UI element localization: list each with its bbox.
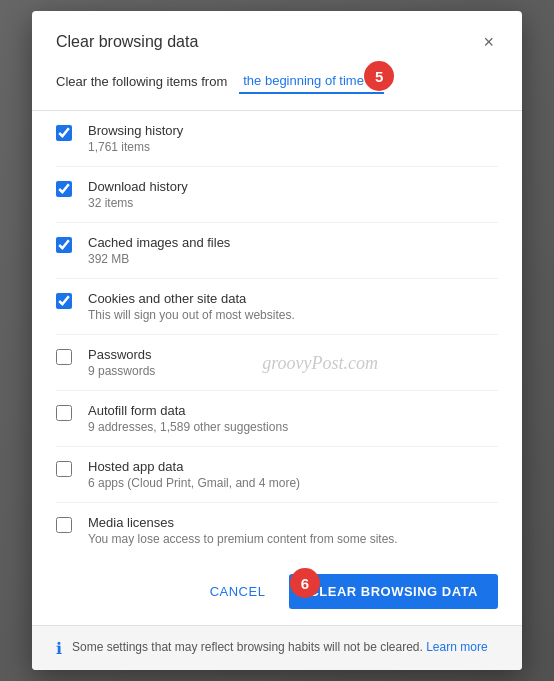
- browsing-history-content: Browsing history 1,761 items: [88, 123, 498, 154]
- media-licenses-checkbox-area: [56, 517, 72, 537]
- media-licenses-label: Media licenses: [88, 515, 498, 530]
- cookies-subtitle: This will sign you out of most websites.: [88, 308, 498, 322]
- cancel-button[interactable]: CANCEL: [194, 576, 282, 607]
- passwords-checkbox[interactable]: [56, 349, 72, 365]
- hosted-app-content: Hosted app data 6 apps (Cloud Print, Gma…: [88, 459, 498, 490]
- time-select[interactable]: the past hour the past day the past week…: [239, 69, 384, 94]
- download-history-label: Download history: [88, 179, 498, 194]
- media-licenses-content: Media licenses You may lose access to pr…: [88, 515, 498, 546]
- time-row: Clear the following items from the past …: [32, 69, 522, 110]
- passwords-content: Passwords 9 passwords: [88, 347, 498, 378]
- info-text: Some settings that may reflect browsing …: [72, 638, 488, 656]
- cached-images-checkbox-area: [56, 237, 72, 257]
- browsing-history-checkbox-area: [56, 125, 72, 145]
- dialog-header: Clear browsing data ×: [32, 11, 522, 69]
- media-licenses-subtitle: You may lose access to premium content f…: [88, 532, 498, 546]
- cookies-label: Cookies and other site data: [88, 291, 498, 306]
- autofill-subtitle: 9 addresses, 1,589 other suggestions: [88, 420, 498, 434]
- autofill-checkbox[interactable]: [56, 405, 72, 421]
- time-select-area: the past hour the past day the past week…: [239, 69, 384, 94]
- hosted-app-label: Hosted app data: [88, 459, 498, 474]
- dialog-footer: 6 CANCEL CLEAR BROWSING DATA: [32, 558, 522, 625]
- cached-images-label: Cached images and files: [88, 235, 498, 250]
- list-item: Passwords 9 passwords groovyPost.com: [56, 335, 498, 391]
- close-button[interactable]: ×: [479, 31, 498, 53]
- list-item: Browsing history 1,761 items: [56, 111, 498, 167]
- browsing-history-subtitle: 1,761 items: [88, 140, 498, 154]
- dialog-overlay: Clear browsing data × Clear the followin…: [0, 0, 554, 681]
- list-item: Autofill form data 9 addresses, 1,589 ot…: [56, 391, 498, 447]
- media-licenses-checkbox[interactable]: [56, 517, 72, 533]
- step-6-badge: 6: [290, 568, 320, 598]
- browsing-history-checkbox[interactable]: [56, 125, 72, 141]
- cached-images-content: Cached images and files 392 MB: [88, 235, 498, 266]
- passwords-subtitle: 9 passwords: [88, 364, 498, 378]
- autofill-label: Autofill form data: [88, 403, 498, 418]
- clear-browsing-data-dialog: Clear browsing data × Clear the followin…: [32, 11, 522, 670]
- cookies-checkbox[interactable]: [56, 293, 72, 309]
- download-history-checkbox-area: [56, 181, 72, 201]
- hosted-app-checkbox-area: [56, 461, 72, 481]
- download-history-subtitle: 32 items: [88, 196, 498, 210]
- step-5-badge: 5: [364, 61, 394, 91]
- time-label: Clear the following items from: [56, 74, 227, 89]
- clear-browsing-data-button[interactable]: CLEAR BROWSING DATA: [289, 574, 498, 609]
- download-history-checkbox[interactable]: [56, 181, 72, 197]
- passwords-checkbox-area: [56, 349, 72, 369]
- cached-images-checkbox[interactable]: [56, 237, 72, 253]
- autofill-content: Autofill form data 9 addresses, 1,589 ot…: [88, 403, 498, 434]
- info-bar: ℹ Some settings that may reflect browsin…: [32, 625, 522, 670]
- items-list: Browsing history 1,761 items Download hi…: [32, 110, 522, 558]
- autofill-checkbox-area: [56, 405, 72, 425]
- browsing-history-label: Browsing history: [88, 123, 498, 138]
- info-icon: ℹ: [56, 639, 62, 658]
- learn-more-link[interactable]: Learn more: [426, 640, 487, 654]
- time-select-wrapper: the past hour the past day the past week…: [239, 69, 384, 94]
- list-item: Media licenses You may lose access to pr…: [56, 503, 498, 558]
- list-item: Cached images and files 392 MB: [56, 223, 498, 279]
- hosted-app-checkbox[interactable]: [56, 461, 72, 477]
- list-item: Cookies and other site data This will si…: [56, 279, 498, 335]
- download-history-content: Download history 32 items: [88, 179, 498, 210]
- dialog-title: Clear browsing data: [56, 33, 198, 51]
- passwords-label: Passwords: [88, 347, 498, 362]
- list-item: Hosted app data 6 apps (Cloud Print, Gma…: [56, 447, 498, 503]
- cookies-content: Cookies and other site data This will si…: [88, 291, 498, 322]
- list-item: Download history 32 items: [56, 167, 498, 223]
- cached-images-subtitle: 392 MB: [88, 252, 498, 266]
- cookies-checkbox-area: [56, 293, 72, 313]
- hosted-app-subtitle: 6 apps (Cloud Print, Gmail, and 4 more): [88, 476, 498, 490]
- info-message: Some settings that may reflect browsing …: [72, 640, 423, 654]
